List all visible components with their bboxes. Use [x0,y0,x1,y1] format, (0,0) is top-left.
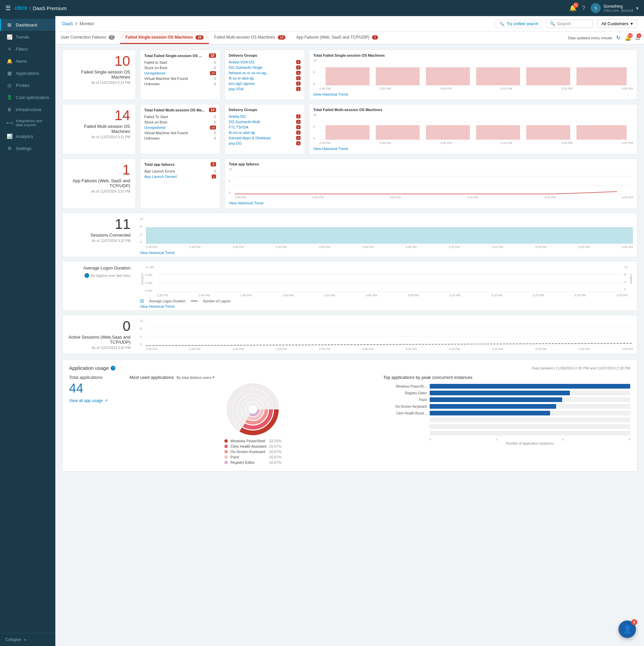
app-failure-item-denied[interactable]: App Launch Denied 1 [144,174,216,179]
customers-dropdown[interactable]: All Customers ▾ [597,19,637,28]
dg-item[interactable]: DG-Sushanth-Multi1 [229,119,301,125]
logon-view-trend[interactable]: View Historical Trend [140,304,633,308]
multi-session-view-trend[interactable]: View Historical Trend [313,147,633,151]
single-session-view-trend[interactable]: View Historical Trend [313,92,633,96]
multi-delivery-groups-title: Delivery Groups [229,108,301,112]
donut-sort-button[interactable]: By total distinct users ▾ [176,375,215,380]
sidebar-item-infrastructure[interactable]: 🖥 Infrastructure [0,103,55,115]
app-failures-chart-title: Total app failures [229,162,633,166]
dg-item[interactable]: fti-ms-sr-abd-dg1 [229,130,301,135]
sidebar-item-label: Infrastructure [16,107,42,112]
sidebar-item-integrations[interactable]: ⟷ Integrations and data exports [0,115,55,130]
app-failures-number: 1 [122,163,130,177]
app-total-label: Total applications [69,375,123,380]
legend-item: Paint16.67% [224,455,281,459]
single-session-items-panel: Total Failed Single-session OS ... 10 Fa… [140,50,220,100]
tab-user-connection-badge: 0 [109,35,115,40]
bar-track [430,424,631,429]
app-usage-title: Application usage ? [69,365,115,371]
app-usage-header: Application usage ? Data between 11/06/2… [69,365,630,371]
single-session-chart [319,59,633,86]
dg-item[interactable]: fti-ss-sr-abd-dg1 [229,76,301,81]
sidebar-item-trends[interactable]: 📈 Trends [0,31,55,43]
multi-session-items-panel: Total Failed Multi-session OS Ma... 14 F… [140,104,220,154]
dg-item[interactable]: Ankita-VDA-DG1 [229,59,301,65]
sidebar-item-alerts[interactable]: 🔔 Alerts [0,55,55,67]
logon-y-label: Duration [140,265,144,292]
sidebar-item-label: Analytics [16,134,33,139]
tab-user-connection-label: User Connection Failures [61,35,106,40]
app-failures-view-trend[interactable]: View Historical Trend [229,201,633,205]
sessions-y-axis: 12840 [140,217,145,244]
alert-bell-1[interactable]: 🔔 54 [625,35,631,41]
fab-button[interactable]: 👤 6 [619,620,636,638]
app-usage-section: Application usage ? Data between 11/06/2… [62,359,637,471]
bar-label: Citrix Health Assist... [383,411,427,415]
sessions-chart [146,217,633,244]
sidebar-item-applications[interactable]: ▦ Applications [0,67,55,79]
dg-item[interactable]: pnp-DG1 [229,141,301,146]
sidebar-item-dashboard[interactable]: ⊞ Dashboard [0,19,55,31]
legend-logons-label: Number of Logons [203,299,230,303]
bar-row: Registry Editor [383,391,631,395]
notification-count: 51 [573,2,579,8]
app-usage-row: Total applications 44 View all app usage… [69,375,630,466]
app-failures-items-title: Total app failures 1 [144,162,216,166]
logon-chart-panel: Duration 12 sec8 sec4 sec0 sec [136,261,637,311]
legend-duration-label: Average Logon Duration [149,299,185,303]
tab-app-failures-label: App Failures (Web, SaaS and TCP/UDP) [296,35,369,40]
dg-item[interactable]: pnp-VDA1 [229,86,301,92]
single-session-items-badge: 10 [209,53,216,58]
multi-session-number: 14 [114,108,130,122]
tab-failed-single[interactable]: Failed Single-session OS Machines 10 [120,32,209,44]
help-button[interactable]: ? [582,5,585,12]
bar-label: Registry Editor [383,391,427,395]
donut-legend: Windows PowerShell33.33% Citrix Health A… [224,439,281,466]
single-session-item-unregistered[interactable]: Unregistered 10 [144,70,216,76]
svg-rect-14 [326,125,370,140]
active-sessions-time-labels: 2:35 PM2:40 PM2:45 PM2:50 PM2:55 PM3:00 … [146,347,633,351]
search-box[interactable]: 🔍 Search [546,19,593,28]
bar-row [383,417,631,422]
sidebar-collapse[interactable]: Collapse « [0,633,55,646]
bar-fill [430,411,550,415]
bar-row: On-Screen Keyboard [383,404,631,409]
sidebar-item-probes[interactable]: ◎ Probes [0,79,55,91]
dg-item[interactable]: FTL TSVDA1 [229,125,301,130]
legend-item: Windows PowerShell33.33% [224,439,281,443]
notification-bell[interactable]: 🔔 51 [569,4,577,12]
tabs-bar: User Connection Failures 0 Failed Single… [55,32,644,44]
refresh-icon[interactable]: ↻ [616,35,621,41]
view-app-link[interactable]: View all app usage ↗ [69,398,123,403]
user-avatar: S [591,3,601,13]
svg-rect-28 [146,227,633,244]
multi-session-item-unregistered[interactable]: Unregistered 14 [144,125,216,130]
sessions-view-trend[interactable]: View Historical Trend [140,251,633,255]
tab-app-failures-badge: 1 [372,35,378,40]
hamburger-menu[interactable]: ☰ [5,4,11,12]
unified-search-button[interactable]: 🔍 Try unified search [496,20,542,28]
tab-app-failures[interactable]: App Failures (Web, SaaS and TCP/UDP) 1 [291,32,383,44]
sidebar-item-settings[interactable]: ⚙ Settings [0,142,55,154]
breadcrumb-daas[interactable]: DaaS [62,21,73,26]
sidebar-item-filters[interactable]: ≡ Filters [0,43,55,55]
sidebar-item-cost[interactable]: 💲 Cost optimization [0,91,55,103]
dg-item[interactable]: Kamald-Apps & Desktops1 [229,135,301,141]
dg-item[interactable]: farbauti-xc-sr-ss-no-ag...1 [229,70,301,76]
citrix-logo-text: citrix [15,5,28,11]
tab-failed-multi[interactable]: Failed Multi-session OS Machines 14 [209,32,291,44]
top-nav: ☰ citrix | DaaS Premium 🔔 51 ? S Somethi… [0,0,644,16]
dg-item[interactable]: kiru-dg2-dgnme1 [229,81,301,86]
bar-chart-title: Top applications by peak concurrent inst… [383,375,631,380]
alert-bell-2[interactable]: ⚠ 1 [635,35,640,41]
customers-label: All Customers [601,21,629,26]
sidebar-item-label: Integrations and data exports [16,119,50,127]
tab-failed-single-label: Failed Single-session OS Machines [125,35,193,40]
dg-item[interactable]: Ankita-DG1 [229,114,301,119]
sidebar-item-analytics[interactable]: 📊 Analytics [0,130,55,142]
tab-user-connection[interactable]: User Connection Failures 0 [55,32,120,44]
dg-item[interactable]: DG-Sushanth-Single1 [229,65,301,70]
user-menu[interactable]: S Something Citrix.com - Account ▾ [591,3,639,13]
legend-item: Registry Editor16.67% [224,460,281,464]
single-session-number: 10 [114,54,130,68]
